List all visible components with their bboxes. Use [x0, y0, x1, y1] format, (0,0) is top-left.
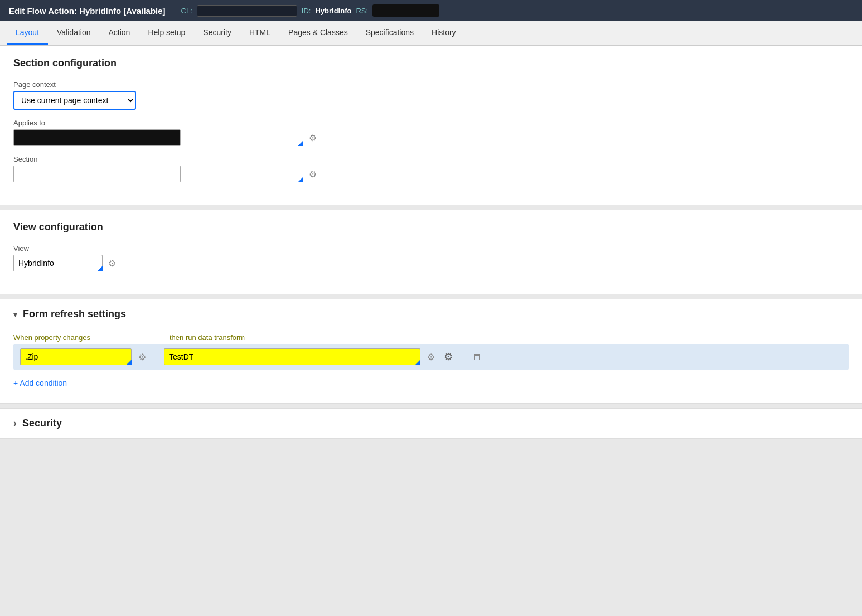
section-group: Section ⚙ — [13, 155, 849, 182]
section-input-wrapper — [13, 166, 303, 182]
section-gear-button[interactable]: ⚙ — [307, 167, 319, 182]
col-header-property: When property changes — [13, 333, 170, 342]
tab-security[interactable]: Security — [194, 21, 240, 45]
tab-action[interactable]: Action — [100, 21, 139, 45]
main-content: Section configuration Page context Use c… — [0, 46, 862, 439]
property-input[interactable] — [20, 348, 132, 365]
section-corner — [298, 177, 303, 182]
gear-icon: ⚙ — [309, 133, 317, 143]
condition-headers: When property changes then run data tran… — [13, 333, 849, 342]
security-header[interactable]: › Security — [0, 409, 862, 438]
view-label: View — [13, 244, 849, 253]
transform-input[interactable] — [164, 348, 420, 365]
trash-icon: 🗑 — [473, 352, 482, 361]
gear-icon-2: ⚙ — [309, 169, 317, 179]
tab-help-setup[interactable]: Help setup — [139, 21, 194, 45]
applies-to-label: Applies to — [13, 119, 849, 127]
property-gear-icon: ⚙ — [138, 352, 146, 362]
id-value: HybridInfo — [315, 7, 351, 15]
condition-row: ⚙ ⚙ ⚙ 🗑 — [13, 344, 849, 370]
delete-condition-button[interactable]: 🗑 — [471, 350, 484, 364]
page-context-label: Page context — [13, 80, 849, 89]
header-bar: Edit Flow Action: HybridInfo [Available]… — [0, 0, 862, 21]
col-header-transform: then run data transform — [170, 333, 849, 342]
security-section: › Security — [0, 408, 862, 439]
view-input-wrapper — [13, 255, 103, 271]
rs-label: RS: — [356, 7, 368, 15]
security-title: Security — [22, 418, 62, 429]
add-condition-link[interactable]: + Add condition — [13, 374, 67, 392]
property-input-wrapper — [20, 348, 132, 365]
applies-to-row: ⚙ — [13, 129, 849, 146]
view-group: View ⚙ — [13, 244, 849, 271]
form-refresh-section: ▾ Form refresh settings When property ch… — [0, 299, 862, 404]
section-label: Section — [13, 155, 849, 163]
applies-to-gear-button[interactable]: ⚙ — [307, 130, 319, 145]
cl-label: CL: — [181, 7, 192, 15]
settings-icon: ⚙ — [444, 351, 453, 362]
applies-to-group: Applies to ⚙ — [13, 119, 849, 146]
rs-value-redacted — [372, 4, 439, 17]
id-label: ID: — [302, 7, 311, 15]
property-gear-button[interactable]: ⚙ — [136, 350, 148, 365]
applies-to-input[interactable] — [13, 129, 181, 146]
tab-html[interactable]: HTML — [240, 21, 279, 45]
transform-gear-button[interactable]: ⚙ — [425, 350, 437, 365]
section-input[interactable] — [13, 166, 181, 182]
transform-corner — [415, 360, 420, 365]
tab-specifications[interactable]: Specifications — [357, 21, 423, 45]
property-corner — [126, 360, 132, 365]
view-corner — [97, 266, 103, 271]
tab-history[interactable]: History — [423, 21, 465, 45]
transform-gear-icon: ⚙ — [427, 352, 435, 362]
section-configuration-card: Section configuration Page context Use c… — [0, 46, 862, 205]
header-meta: CL: ID: HybridInfo RS: — [181, 4, 440, 17]
cl-dropdown[interactable] — [197, 5, 297, 17]
tab-validation[interactable]: Validation — [48, 21, 99, 45]
view-configuration-card: View configuration View ⚙ — [0, 210, 862, 294]
transform-settings-button[interactable]: ⚙ — [442, 348, 455, 365]
page-context-select[interactable]: Use current page context Specify page co… — [13, 91, 136, 110]
view-input[interactable] — [13, 255, 103, 271]
applies-to-corner — [298, 140, 303, 146]
view-configuration-title: View configuration — [13, 221, 849, 233]
tab-pages-classes[interactable]: Pages & Classes — [279, 21, 357, 45]
view-row: ⚙ — [13, 255, 849, 271]
page-context-group: Page context Use current page context Sp… — [13, 80, 849, 110]
form-refresh-header[interactable]: ▾ Form refresh settings — [0, 299, 862, 329]
gear-icon-3: ⚙ — [108, 259, 116, 268]
form-refresh-body: When property changes then run data tran… — [0, 329, 862, 403]
security-chevron-icon: › — [13, 418, 17, 429]
form-refresh-chevron-icon: ▾ — [13, 310, 17, 319]
tab-layout[interactable]: Layout — [7, 21, 48, 45]
view-gear-button[interactable]: ⚙ — [106, 256, 118, 271]
section-configuration-title: Section configuration — [13, 57, 849, 69]
page-title: Edit Flow Action: HybridInfo [Available] — [9, 6, 166, 16]
form-refresh-title: Form refresh settings — [23, 308, 126, 320]
applies-to-input-wrapper — [13, 129, 303, 146]
section-row: ⚙ — [13, 166, 849, 182]
tabs-bar: Layout Validation Action Help setup Secu… — [0, 21, 862, 46]
transform-input-wrapper — [164, 348, 420, 365]
